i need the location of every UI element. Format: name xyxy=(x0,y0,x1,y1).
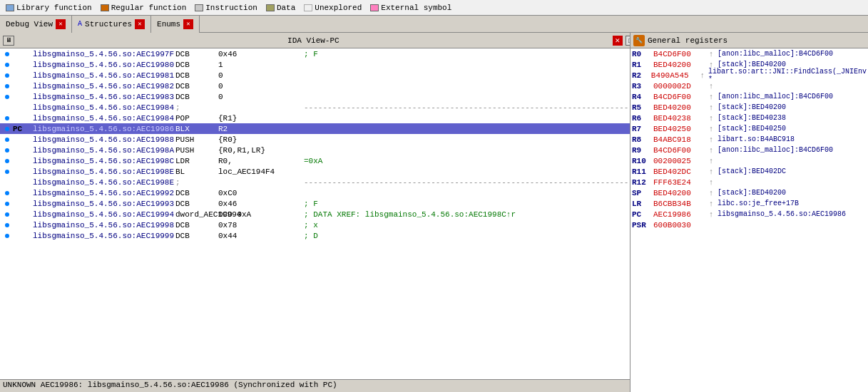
reg-value[interactable]: AEC19986 xyxy=(653,210,705,219)
breakpoint-dot[interactable] xyxy=(5,127,9,131)
asm-row[interactable]: libsgmainso_5.4.56.so:AEC1998EBLloc_AEC1… xyxy=(0,166,630,177)
reg-value[interactable]: BED402DC xyxy=(653,167,705,176)
breakpoint-dot[interactable] xyxy=(5,234,9,238)
asm-row[interactable]: libsgmainso_5.4.56.so:AEC1998E;---------… xyxy=(0,177,630,187)
tab-structures-label: Structures xyxy=(85,20,132,29)
asm-row[interactable]: libsgmainso_5.4.56.so:AEC1997FDCB0x46; F xyxy=(0,48,630,59)
tab-enums-close[interactable]: ✕ xyxy=(183,19,193,29)
reg-row[interactable]: R1000200025↑ xyxy=(630,155,868,166)
reg-value[interactable]: 600B0030 xyxy=(653,221,705,229)
legend-instruction-label: Instruction xyxy=(205,4,257,12)
asm-row[interactable]: libsgmainso_5.4.56.so:AEC19984POP{R1} xyxy=(0,113,630,123)
breakpoint-dot[interactable] xyxy=(5,84,9,88)
tab-structures-close[interactable]: ✕ xyxy=(135,19,145,29)
asm-op2: ; D xyxy=(304,232,630,240)
reg-row[interactable]: R11BED402DC↑[stack]:BED402DC xyxy=(630,166,868,177)
reg-row[interactable]: LRB6CBB34B↑libc.so:je_free+17B xyxy=(630,198,868,209)
reg-row[interactable]: R2B490A545↑libart.so:art::JNI::FindClass… xyxy=(630,70,868,81)
reg-value[interactable]: BED40200 xyxy=(653,103,705,112)
breakpoint-dot[interactable] xyxy=(5,52,9,56)
breakpoint-dot[interactable] xyxy=(5,170,9,174)
asm-row[interactable]: libsgmainso_5.4.56.so:AEC1998APUSH{R0,R1… xyxy=(0,145,630,155)
breakpoint-dot[interactable] xyxy=(5,73,9,78)
reg-value[interactable]: BED40200 xyxy=(653,61,705,69)
reg-row[interactable]: PSR600B0030 xyxy=(630,220,868,230)
legend-instruction: Instruction xyxy=(195,4,257,12)
tab-enums[interactable]: Enums ✕ xyxy=(151,16,200,33)
reg-value[interactable]: 0000002D xyxy=(653,82,705,91)
reg-value[interactable]: BED40238 xyxy=(653,114,705,123)
asm-row[interactable]: libsgmainso_5.4.56.so:AEC19983DCB0 xyxy=(0,91,630,102)
reg-value[interactable]: B6CBB34B xyxy=(653,200,705,208)
asm-op1: R2 xyxy=(218,125,304,133)
asm-area[interactable]: libsgmainso_5.4.56.so:AEC1997FDCB0x46; F… xyxy=(0,48,630,379)
asm-row[interactable]: libsgmainso_5.4.56.so:AEC19980DCB1 xyxy=(0,59,630,70)
legend-unexplored: Unexplored xyxy=(304,4,362,12)
tab-debug-view[interactable]: Debug View ✕ xyxy=(0,16,72,33)
reg-area[interactable]: R0B4CD6F00↑[anon:libc_malloc]:B4CD6F00R1… xyxy=(630,48,868,392)
asm-row[interactable]: libsgmainso_5.4.56.so:AEC19998DCB0x78; x xyxy=(0,220,630,230)
reg-row[interactable]: R0B4CD6F00↑[anon:libc_malloc]:B4CD6F00 xyxy=(630,48,868,59)
asm-addr: libsgmainso_5.4.56.so:AEC19982 xyxy=(33,82,175,91)
asm-row[interactable]: libsgmainso_5.4.56.so:AEC19982DCB0 xyxy=(0,81,630,91)
reg-value[interactable]: 00200025 xyxy=(653,157,705,165)
breakpoint-dot[interactable] xyxy=(5,202,9,206)
asm-row[interactable]: libsgmainso_5.4.56.so:AEC19994dword_AEC1… xyxy=(0,209,630,220)
asm-row[interactable]: libsgmainso_5.4.56.so:AEC19988PUSH{R0} xyxy=(0,134,630,145)
legend-library-function: Library function xyxy=(6,4,92,12)
breakpoint-dot[interactable] xyxy=(5,159,9,163)
reg-row[interactable]: R7BED40250↑[stack]:BED40250 xyxy=(630,123,868,134)
reg-value[interactable]: B490A545 xyxy=(651,71,697,80)
ida-view-close[interactable]: ✕ xyxy=(613,36,623,46)
breakpoint-dot[interactable] xyxy=(5,138,9,142)
breakpoint-dot[interactable] xyxy=(5,148,9,153)
reg-value[interactable]: BED40250 xyxy=(653,125,705,133)
asm-row[interactable]: libsgmainso_5.4.56.so:AEC19992DCB0xC0 xyxy=(0,187,630,198)
asm-mnemonic: dword_AEC19994 xyxy=(175,210,218,219)
asm-mnemonic: DCB xyxy=(175,71,218,80)
breakpoint-dot[interactable] xyxy=(5,95,9,99)
reg-desc: [stack]:BED40200 xyxy=(718,103,786,111)
reg-row[interactable]: R5BED40200↑[stack]:BED40200 xyxy=(630,102,868,113)
dot-col xyxy=(1,52,13,56)
reg-arrow: ↑ xyxy=(706,114,716,123)
asm-row[interactable]: libsgmainso_5.4.56.so:AEC19993DCB0x46; F xyxy=(0,198,630,209)
reg-row[interactable]: R8B4ABC918↑libart.so:B4ABC918 xyxy=(630,134,868,145)
dot-col xyxy=(1,223,13,227)
breakpoint-dot[interactable] xyxy=(5,223,9,227)
breakpoint-dot[interactable] xyxy=(5,212,9,217)
reg-row[interactable]: R12FFF63E24↑ xyxy=(630,177,868,187)
reg-value[interactable]: FFF63E24 xyxy=(653,178,705,187)
breakpoint-dot[interactable] xyxy=(5,191,9,195)
asm-mnemonic: PUSH xyxy=(175,135,218,144)
tab-debug-view-close[interactable]: ✕ xyxy=(56,19,66,29)
breakpoint-dot[interactable] xyxy=(5,116,9,120)
reg-row[interactable]: R4B4CD6F00↑[anon:libc_malloc]:B4CD6F00 xyxy=(630,91,868,102)
tab-structures[interactable]: A Structures ✕ xyxy=(72,16,151,33)
reg-row[interactable]: R6BED40238↑[stack]:BED40238 xyxy=(630,113,868,123)
asm-row[interactable]: PClibsgmainso_5.4.56.so:AEC19986BLXR2 xyxy=(0,123,630,134)
reg-value[interactable]: B4CD6F00 xyxy=(653,146,705,155)
reg-arrow: ↑ xyxy=(706,103,716,112)
asm-row[interactable]: libsgmainso_5.4.56.so:AEC1998CLDRR0,=0xA xyxy=(0,155,630,166)
dot-col xyxy=(1,191,13,195)
asm-row[interactable]: libsgmainso_5.4.56.so:AEC19981DCB0 xyxy=(0,70,630,81)
dot-col xyxy=(1,63,13,67)
asm-row[interactable]: libsgmainso_5.4.56.so:AEC19999DCB0x44; D xyxy=(0,230,630,241)
asm-op1: 0x78 xyxy=(218,221,304,229)
reg-value[interactable]: B4CD6F00 xyxy=(653,93,705,101)
ida-view-expand[interactable]: □ xyxy=(626,36,630,46)
breakpoint-dot[interactable] xyxy=(5,63,9,67)
asm-row[interactable]: libsgmainso_5.4.56.so:AEC19984;---------… xyxy=(0,102,630,113)
legend-unexplored-color xyxy=(304,4,312,11)
legend-library-function-label: Library function xyxy=(16,4,92,12)
legend-library-function-color xyxy=(6,4,14,11)
dot-col xyxy=(1,234,13,238)
tab-debug-view-label: Debug View xyxy=(6,20,53,29)
reg-row[interactable]: R9B4CD6F00↑[anon:libc_malloc]:B4CD6F00 xyxy=(630,145,868,155)
reg-row[interactable]: PCAEC19986↑libsgmainso_5.4.56.so:AEC1998… xyxy=(630,209,868,220)
reg-value[interactable]: B4CD6F00 xyxy=(653,50,705,58)
reg-value[interactable]: B4ABC918 xyxy=(653,135,705,144)
reg-row[interactable]: SPBED40200↑[stack]:BED40200 xyxy=(630,187,868,198)
reg-value[interactable]: BED40200 xyxy=(653,189,705,197)
